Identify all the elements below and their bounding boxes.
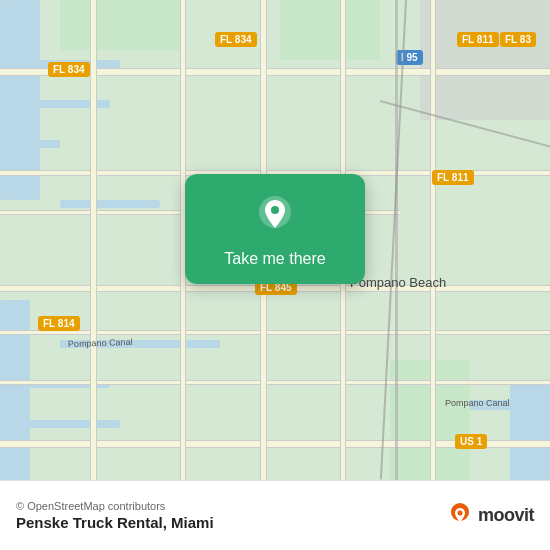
fl811-mid-badge: FL 811 bbox=[432, 170, 474, 185]
fl811-badge-right: FL 811 bbox=[457, 32, 499, 47]
road-bottom1 bbox=[0, 380, 550, 385]
park-top bbox=[280, 0, 380, 60]
road-lower bbox=[0, 330, 550, 335]
park-area bbox=[60, 0, 180, 50]
pompano-canal bbox=[60, 200, 160, 208]
moovit-text-label: moovit bbox=[478, 505, 534, 526]
road-v5 bbox=[430, 0, 436, 480]
railroad-1 bbox=[395, 0, 398, 480]
bottom-info: © OpenStreetMap contributors Penske Truc… bbox=[16, 500, 214, 531]
city-label: Pompano Beach bbox=[350, 275, 446, 290]
location-title: Penske Truck Rental, Miami bbox=[16, 514, 214, 531]
svg-point-3 bbox=[457, 510, 462, 515]
fl83-badge: FL 83 bbox=[500, 32, 536, 47]
fl834-badge-top: FL 834 bbox=[215, 32, 257, 47]
gray-area bbox=[420, 0, 550, 120]
water-bottom2 bbox=[20, 420, 120, 428]
water-right-bottom bbox=[510, 380, 550, 480]
water-h3 bbox=[0, 140, 60, 148]
water-h2 bbox=[30, 100, 110, 108]
us1-badge: US 1 bbox=[455, 434, 487, 449]
map-view: FL 834 FL 834 FL 811 FL 83 FL 811 FL 845… bbox=[0, 0, 550, 480]
water-left-lower bbox=[0, 300, 30, 480]
i95-badge: I 95 bbox=[396, 50, 423, 65]
attribution-text: © OpenStreetMap contributors bbox=[16, 500, 214, 512]
bottom-bar: © OpenStreetMap contributors Penske Truc… bbox=[0, 480, 550, 550]
pompano-canal-right-label: Pompano Canal bbox=[445, 398, 510, 408]
svg-point-1 bbox=[271, 206, 279, 214]
moovit-icon bbox=[446, 502, 474, 530]
fl814-badge: FL 814 bbox=[38, 316, 80, 331]
moovit-logo: moovit bbox=[446, 502, 534, 530]
fl834-badge-left: FL 834 bbox=[48, 62, 90, 77]
location-card: Take me there bbox=[185, 174, 365, 284]
location-pin-icon bbox=[253, 194, 297, 238]
road-v1 bbox=[90, 0, 97, 480]
take-me-there-button[interactable]: Take me there bbox=[224, 250, 325, 268]
